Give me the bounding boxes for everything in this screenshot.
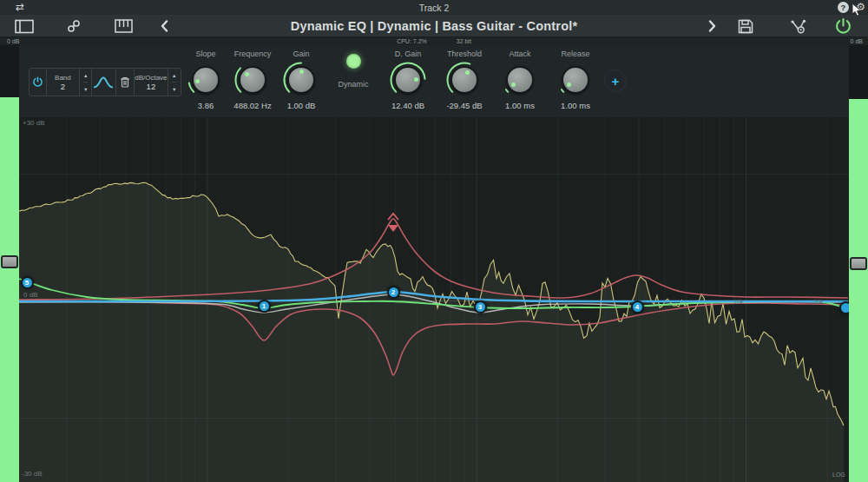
knob-threshold[interactable]: Threshold-29.45 dB	[437, 50, 492, 110]
knob-label: Frequency	[225, 50, 280, 60]
knob-indicator-dot	[511, 83, 516, 87]
input-gain-slider[interactable]	[0, 45, 19, 482]
chevron-right-icon[interactable]	[701, 18, 722, 34]
band-handle-4[interactable]: 4	[631, 300, 644, 314]
octave-up-button[interactable]: ▲	[172, 69, 176, 83]
output-gain-slider[interactable]	[849, 45, 868, 482]
knob-indicator-dot	[567, 83, 571, 87]
cpu-readout: CPU: 7.2%	[397, 38, 427, 44]
knob-body[interactable]	[450, 66, 478, 94]
octave-down-button[interactable]: ▼	[172, 83, 176, 96]
eq-curves-canvas	[19, 117, 849, 482]
knob-value[interactable]: 488.02 Hz	[225, 101, 280, 110]
knob-dial[interactable]	[445, 61, 483, 99]
knob-label: Threshold	[437, 50, 492, 60]
knob-value[interactable]: 1.00 ms	[492, 101, 548, 110]
band-power-button[interactable]	[30, 69, 47, 96]
knob-dial[interactable]	[501, 61, 539, 99]
add-band-button[interactable]: +	[604, 69, 627, 92]
band-handle-3[interactable]: 3	[474, 300, 487, 314]
modulation-icon[interactable]	[788, 18, 809, 34]
plus-icon: +	[612, 75, 620, 88]
save-icon[interactable]	[735, 18, 756, 34]
knob-dial[interactable]	[233, 61, 272, 99]
input-level-meter	[0, 97, 19, 482]
knob-dial[interactable]	[187, 61, 225, 99]
band-value: 2	[61, 83, 65, 91]
knob-d-gain[interactable]: D. Gain12.40 dB	[380, 50, 436, 110]
knob-label: Gain	[273, 50, 329, 60]
band-number-display[interactable]: Band 2	[47, 69, 80, 96]
knob-dial[interactable]	[389, 61, 427, 99]
help-icon[interactable]: ?	[838, 2, 849, 13]
knob-indicator-dot	[465, 70, 470, 75]
knob-value[interactable]: 12.40 dB	[380, 101, 436, 110]
filter-shape-button[interactable]	[92, 69, 115, 96]
dynamic-label: Dynamic	[326, 80, 381, 89]
output-gain-handle[interactable]	[850, 257, 867, 270]
band-handle-2[interactable]: 2	[387, 286, 400, 299]
band-handle-5[interactable]: 5	[21, 276, 34, 289]
y-axis-bottom-label: -30 dB	[22, 470, 43, 478]
freq-label-10k: 10k	[733, 299, 743, 305]
knob-release[interactable]: Release1.00 ms	[548, 50, 603, 110]
freq-label-20k: 20k	[813, 299, 823, 305]
input-gain-handle[interactable]	[1, 255, 18, 268]
y-axis-zero-label: 0 dB	[23, 291, 37, 299]
knob-indicator-dot	[299, 69, 304, 74]
output-level-meter	[849, 99, 868, 482]
band-steppers: ▲ ▼	[80, 69, 93, 96]
knob-indicator-dot	[245, 72, 249, 76]
host-titlebar: ⇄ Track 2 ? ⚙	[0, 0, 868, 15]
knob-body[interactable]	[562, 66, 589, 94]
knob-dial[interactable]	[282, 61, 320, 99]
eq-graph[interactable]: +30 dB 0 dB -30 dB LOG 10k20k 51234	[19, 117, 849, 482]
knob-body[interactable]	[239, 66, 266, 94]
knob-label: Release	[548, 50, 603, 60]
knob-value[interactable]: 1.00 dB	[273, 101, 329, 110]
band-down-button[interactable]: ▼	[83, 83, 88, 96]
dynamic-led-icon[interactable]	[346, 54, 361, 69]
output-gain-readout: 0 dB	[851, 38, 863, 44]
octave-display[interactable]: dB/Octave 12	[135, 69, 168, 96]
knob-frequency[interactable]: Frequency488.02 Hz	[225, 50, 280, 110]
knob-attack[interactable]: Attack1.00 ms	[492, 50, 548, 110]
band-label: Band	[55, 74, 71, 82]
swap-channels-icon[interactable]: ⇄	[16, 0, 24, 15]
knob-indicator-dot	[414, 77, 418, 82]
band-control-panel: Band 2 ▲ ▼ dB/Octave 12 ▲	[19, 45, 849, 117]
dynamic-eq-plugin-window: ⇄ Track 2 ? ⚙ Dynamic EQ | Dynamic | Bas…	[0, 0, 868, 482]
dynamic-toggle[interactable]: Dynamic	[326, 54, 381, 89]
knob-label: D. Gain	[380, 50, 436, 60]
knob-body[interactable]	[506, 66, 534, 94]
band-selector-group: Band 2 ▲ ▼ dB/Octave 12 ▲	[29, 68, 181, 96]
status-strip: 0 dB CPU: 7.2% 32 bit 0 dB	[0, 37, 868, 45]
octave-value: 12	[147, 83, 156, 91]
bit-depth-readout: 32 bit	[457, 38, 471, 44]
knob-dial[interactable]	[556, 61, 595, 99]
mouse-cursor	[852, 3, 863, 21]
band-handle-1[interactable]: 1	[258, 300, 271, 313]
knob-value[interactable]: -29.45 dB	[437, 101, 492, 110]
knob-value[interactable]: 1.00 ms	[548, 101, 603, 110]
knob-label: Attack	[492, 50, 548, 60]
knob-gain[interactable]: Gain1.00 dB	[273, 50, 329, 110]
band-up-button[interactable]: ▲	[83, 69, 88, 83]
plugin-toolbar: Dynamic EQ | Dynamic | Bass Guitar - Con…	[0, 15, 868, 37]
power-button-icon[interactable]	[832, 18, 853, 34]
octave-label: dB/Octave	[135, 74, 167, 82]
delete-band-button[interactable]	[116, 69, 135, 96]
y-axis-top-label: +30 dB	[23, 119, 45, 127]
track-title: Track 2	[419, 3, 450, 13]
log-scale-label: LOG	[832, 472, 845, 478]
